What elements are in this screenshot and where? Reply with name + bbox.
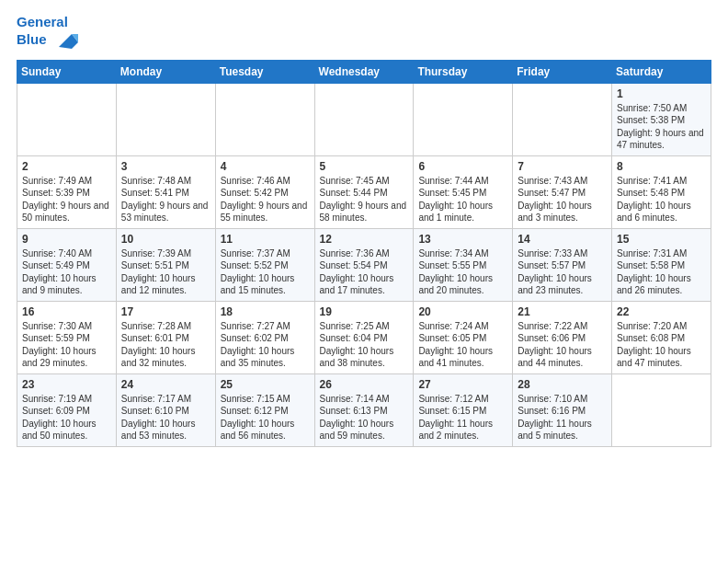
calendar-cell: 25Sunrise: 7:15 AM Sunset: 6:12 PM Dayli…	[215, 373, 314, 446]
day-info: Sunrise: 7:25 AM Sunset: 6:04 PM Dayligh…	[320, 320, 409, 370]
calendar-cell: 10Sunrise: 7:39 AM Sunset: 5:51 PM Dayli…	[116, 228, 215, 301]
calendar-cell	[612, 373, 711, 446]
calendar-table: SundayMondayTuesdayWednesdayThursdayFrid…	[17, 60, 711, 447]
day-number: 21	[518, 305, 607, 318]
day-number: 10	[121, 233, 210, 246]
calendar-header: SundayMondayTuesdayWednesdayThursdayFrid…	[17, 60, 711, 83]
day-info: Sunrise: 7:48 AM Sunset: 5:41 PM Dayligh…	[121, 175, 210, 224]
day-number: 27	[418, 378, 507, 391]
day-info: Sunrise: 7:49 AM Sunset: 5:39 PM Dayligh…	[22, 175, 111, 224]
logo-general: General	[17, 14, 68, 29]
calendar-cell: 22Sunrise: 7:20 AM Sunset: 6:08 PM Dayli…	[612, 301, 711, 373]
day-number: 7	[518, 160, 607, 173]
calendar-cell: 9Sunrise: 7:40 AM Sunset: 5:49 PM Daylig…	[17, 228, 117, 301]
day-info: Sunrise: 7:12 AM Sunset: 6:15 PM Dayligh…	[418, 393, 507, 442]
day-number: 15	[617, 233, 706, 246]
day-number: 2	[22, 160, 111, 173]
header-day-monday: Monday	[116, 60, 215, 83]
day-number: 8	[617, 160, 706, 173]
day-info: Sunrise: 7:33 AM Sunset: 5:57 PM Dayligh…	[518, 247, 607, 297]
day-number: 9	[22, 233, 111, 246]
day-number: 25	[221, 378, 310, 391]
calendar-cell: 17Sunrise: 7:28 AM Sunset: 6:01 PM Dayli…	[116, 301, 215, 373]
header-day-saturday: Saturday	[612, 60, 711, 83]
calendar-cell: 6Sunrise: 7:44 AM Sunset: 5:45 PM Daylig…	[414, 155, 513, 228]
day-number: 1	[617, 87, 706, 100]
day-number: 16	[22, 305, 111, 318]
calendar-cell: 18Sunrise: 7:27 AM Sunset: 6:02 PM Dayli…	[215, 301, 314, 373]
day-info: Sunrise: 7:22 AM Sunset: 6:06 PM Dayligh…	[518, 320, 607, 370]
header-row: SundayMondayTuesdayWednesdayThursdayFrid…	[17, 60, 711, 83]
calendar-cell: 13Sunrise: 7:34 AM Sunset: 5:55 PM Dayli…	[414, 228, 513, 301]
calendar-cell: 7Sunrise: 7:43 AM Sunset: 5:47 PM Daylig…	[513, 155, 612, 228]
week-row-3: 9Sunrise: 7:40 AM Sunset: 5:49 PM Daylig…	[17, 228, 711, 301]
logo-icon	[52, 30, 78, 51]
calendar-cell: 16Sunrise: 7:30 AM Sunset: 5:59 PM Dayli…	[17, 301, 117, 373]
calendar-cell: 1Sunrise: 7:50 AM Sunset: 5:38 PM Daylig…	[612, 83, 711, 155]
calendar-cell: 8Sunrise: 7:41 AM Sunset: 5:48 PM Daylig…	[612, 155, 711, 228]
day-number: 26	[320, 378, 409, 391]
day-number: 18	[221, 305, 310, 318]
day-info: Sunrise: 7:28 AM Sunset: 6:01 PM Dayligh…	[121, 320, 210, 370]
header-day-friday: Friday	[513, 60, 612, 83]
day-number: 17	[121, 305, 210, 318]
calendar-cell: 28Sunrise: 7:10 AM Sunset: 6:16 PM Dayli…	[513, 373, 612, 446]
day-info: Sunrise: 7:37 AM Sunset: 5:52 PM Dayligh…	[221, 247, 310, 297]
calendar-cell	[414, 83, 513, 155]
day-number: 19	[320, 305, 409, 318]
day-info: Sunrise: 7:43 AM Sunset: 5:47 PM Dayligh…	[518, 175, 607, 224]
day-number: 28	[518, 378, 607, 391]
calendar-cell: 26Sunrise: 7:14 AM Sunset: 6:13 PM Dayli…	[314, 373, 414, 446]
day-info: Sunrise: 7:44 AM Sunset: 5:45 PM Dayligh…	[418, 175, 507, 224]
day-info: Sunrise: 7:10 AM Sunset: 6:16 PM Dayligh…	[518, 393, 607, 442]
day-number: 6	[418, 160, 507, 173]
week-row-5: 23Sunrise: 7:19 AM Sunset: 6:09 PM Dayli…	[17, 373, 711, 446]
day-number: 11	[221, 233, 310, 246]
calendar-body: 1Sunrise: 7:50 AM Sunset: 5:38 PM Daylig…	[17, 83, 711, 446]
day-number: 12	[320, 233, 409, 246]
calendar-cell: 21Sunrise: 7:22 AM Sunset: 6:06 PM Dayli…	[513, 301, 612, 373]
day-info: Sunrise: 7:36 AM Sunset: 5:54 PM Dayligh…	[320, 247, 409, 297]
day-info: Sunrise: 7:27 AM Sunset: 6:02 PM Dayligh…	[221, 320, 310, 370]
day-info: Sunrise: 7:46 AM Sunset: 5:42 PM Dayligh…	[221, 175, 310, 224]
calendar-cell: 3Sunrise: 7:48 AM Sunset: 5:41 PM Daylig…	[116, 155, 215, 228]
day-info: Sunrise: 7:40 AM Sunset: 5:49 PM Dayligh…	[22, 247, 111, 297]
page-header: General Blue	[17, 15, 711, 51]
calendar-cell: 27Sunrise: 7:12 AM Sunset: 6:15 PM Dayli…	[414, 373, 513, 446]
day-number: 5	[320, 160, 409, 173]
day-number: 3	[121, 160, 210, 173]
day-info: Sunrise: 7:17 AM Sunset: 6:10 PM Dayligh…	[121, 393, 210, 442]
day-info: Sunrise: 7:24 AM Sunset: 6:05 PM Dayligh…	[418, 320, 507, 370]
calendar-cell: 12Sunrise: 7:36 AM Sunset: 5:54 PM Dayli…	[314, 228, 414, 301]
day-info: Sunrise: 7:50 AM Sunset: 5:38 PM Dayligh…	[617, 102, 706, 152]
calendar-cell: 19Sunrise: 7:25 AM Sunset: 6:04 PM Dayli…	[314, 301, 414, 373]
logo: General Blue	[17, 15, 78, 51]
calendar-cell	[314, 83, 414, 155]
calendar-cell	[215, 83, 314, 155]
day-info: Sunrise: 7:45 AM Sunset: 5:44 PM Dayligh…	[320, 175, 409, 224]
week-row-1: 1Sunrise: 7:50 AM Sunset: 5:38 PM Daylig…	[17, 83, 711, 155]
calendar-cell: 2Sunrise: 7:49 AM Sunset: 5:39 PM Daylig…	[17, 155, 117, 228]
day-number: 4	[221, 160, 310, 173]
calendar-cell: 20Sunrise: 7:24 AM Sunset: 6:05 PM Dayli…	[414, 301, 513, 373]
header-day-tuesday: Tuesday	[215, 60, 314, 83]
calendar-cell	[17, 83, 117, 155]
day-info: Sunrise: 7:20 AM Sunset: 6:08 PM Dayligh…	[617, 320, 706, 370]
calendar-cell: 4Sunrise: 7:46 AM Sunset: 5:42 PM Daylig…	[215, 155, 314, 228]
header-day-sunday: Sunday	[17, 60, 117, 83]
day-info: Sunrise: 7:30 AM Sunset: 5:59 PM Dayligh…	[22, 320, 111, 370]
day-number: 23	[22, 378, 111, 391]
day-info: Sunrise: 7:41 AM Sunset: 5:48 PM Dayligh…	[617, 175, 706, 224]
logo-blue: Blue	[17, 30, 47, 46]
day-number: 20	[418, 305, 507, 318]
week-row-4: 16Sunrise: 7:30 AM Sunset: 5:59 PM Dayli…	[17, 301, 711, 373]
day-number: 14	[518, 233, 607, 246]
day-info: Sunrise: 7:39 AM Sunset: 5:51 PM Dayligh…	[121, 247, 210, 297]
day-number: 24	[121, 378, 210, 391]
day-info: Sunrise: 7:15 AM Sunset: 6:12 PM Dayligh…	[221, 393, 310, 442]
calendar-cell	[116, 83, 215, 155]
day-number: 13	[418, 233, 507, 246]
calendar-cell: 11Sunrise: 7:37 AM Sunset: 5:52 PM Dayli…	[215, 228, 314, 301]
day-info: Sunrise: 7:34 AM Sunset: 5:55 PM Dayligh…	[418, 247, 507, 297]
calendar-cell: 14Sunrise: 7:33 AM Sunset: 5:57 PM Dayli…	[513, 228, 612, 301]
